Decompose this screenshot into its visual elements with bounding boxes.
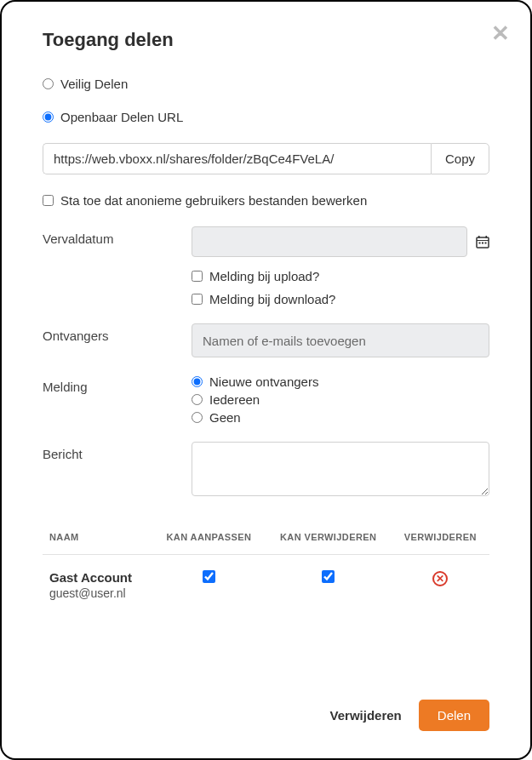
notify-new-radio[interactable] <box>192 376 203 387</box>
table-row: Gast Account guest@user.nl ✕ <box>43 555 489 616</box>
recipients-label: Ontvangers <box>43 323 192 343</box>
message-textarea[interactable] <box>192 442 489 496</box>
notify-option-none[interactable]: Geen <box>192 410 489 425</box>
close-icon[interactable]: ✕ <box>491 22 510 44</box>
guest-name: Gast Account <box>49 570 146 585</box>
allow-anon-label: Sta toe dat anonieme gebruikers bestande… <box>60 193 367 208</box>
col-name: NAAM <box>43 520 152 555</box>
svg-rect-4 <box>479 243 481 244</box>
notify-upload-label: Melding bij upload? <box>209 269 319 283</box>
share-mode-secure-label: Veilig Delen <box>60 77 128 91</box>
svg-rect-1 <box>478 236 480 238</box>
allow-anon-row[interactable]: Sta toe dat anonieme gebruikers bestande… <box>43 193 489 208</box>
notify-download-checkbox[interactable] <box>192 294 203 305</box>
remove-row-icon[interactable]: ✕ <box>432 571 448 586</box>
share-mode-secure-radio[interactable] <box>43 78 54 89</box>
notify-radio-group: Nieuwe ontvangers Iedereen Geen <box>192 374 489 425</box>
share-mode-public-label: Openbaar Delen URL <box>60 110 183 124</box>
notify-none-radio[interactable] <box>192 412 203 423</box>
guest-email: guest@user.nl <box>49 586 146 600</box>
share-url-input[interactable] <box>43 143 431 174</box>
expiry-input[interactable] <box>192 226 467 257</box>
cancel-button[interactable]: Verwijderen <box>330 708 402 723</box>
share-access-dialog: ✕ Toegang delen Veilig Delen Openbaar De… <box>0 0 532 760</box>
allow-anon-checkbox[interactable] <box>43 195 54 206</box>
can-edit-checkbox[interactable] <box>203 570 215 583</box>
svg-rect-5 <box>482 243 483 244</box>
dialog-footer: Verwijderen Delen <box>330 700 489 731</box>
recipients-input[interactable] <box>192 323 489 357</box>
notify-all-radio[interactable] <box>192 394 203 405</box>
recipients-table: NAAM KAN AANPASSEN KAN VERWIJDEREN VERWI… <box>43 520 489 615</box>
share-mode-public-radio[interactable] <box>43 111 54 123</box>
notify-option-new[interactable]: Nieuwe ontvangers <box>192 374 489 389</box>
svg-rect-3 <box>477 240 489 241</box>
notify-label: Melding <box>43 374 192 394</box>
share-mode-secure[interactable]: Veilig Delen <box>43 77 489 91</box>
notify-upload-row[interactable]: Melding bij upload? <box>192 269 489 283</box>
notify-download-row[interactable]: Melding bij download? <box>192 292 489 306</box>
col-delete: KAN VERWIJDEREN <box>266 520 392 555</box>
copy-button[interactable]: Copy <box>431 143 489 174</box>
share-mode-public[interactable]: Openbaar Delen URL <box>43 110 489 124</box>
share-button[interactable]: Delen <box>419 700 489 731</box>
svg-rect-6 <box>485 243 487 244</box>
notify-upload-checkbox[interactable] <box>192 271 203 282</box>
expiry-label: Vervaldatum <box>43 226 192 246</box>
svg-rect-2 <box>486 236 488 238</box>
can-delete-checkbox[interactable] <box>322 570 335 583</box>
notify-option-all[interactable]: Iedereen <box>192 392 489 407</box>
dialog-title: Toegang delen <box>43 29 489 51</box>
notify-download-label: Melding bij download? <box>209 292 335 306</box>
col-edit: KAN AANPASSEN <box>152 520 266 555</box>
message-label: Bericht <box>43 442 192 461</box>
col-remove: VERWIJDEREN <box>392 520 489 555</box>
share-url-row: Copy <box>43 143 489 174</box>
calendar-icon[interactable] <box>476 235 489 249</box>
